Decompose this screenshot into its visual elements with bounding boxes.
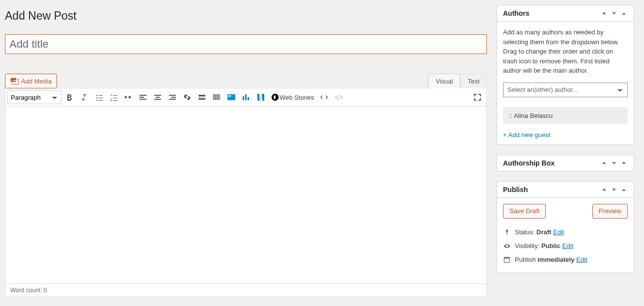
edit-visibility-link[interactable]: Edit <box>562 242 573 250</box>
plugin-button-1[interactable] <box>224 90 238 104</box>
authors-title: Authors <box>503 9 530 17</box>
add-guest-link[interactable]: + Add new guest <box>503 131 551 139</box>
edit-publish-link[interactable]: Edit <box>576 256 587 263</box>
toggle-icon[interactable] <box>620 9 628 17</box>
svg-rect-3 <box>274 95 276 99</box>
link-button[interactable] <box>180 90 194 104</box>
numbered-list-button[interactable] <box>107 90 120 104</box>
publish-date-row: Publish immediately Edit <box>503 253 628 267</box>
bullet-list-button[interactable] <box>92 90 106 104</box>
edit-status-link[interactable]: Edit <box>553 228 564 236</box>
editor-toolbar: Paragraph Web Stories <box>5 88 486 107</box>
svg-rect-5 <box>506 231 507 234</box>
save-draft-button[interactable]: Save Draft <box>503 204 546 219</box>
add-media-button[interactable]: Add Media <box>5 74 57 88</box>
web-stories-icon <box>271 93 280 102</box>
authors-help-text: Add as many authors as needed by selecti… <box>503 28 628 76</box>
editor-textarea[interactable] <box>5 107 486 283</box>
add-media-label: Add Media <box>21 78 52 85</box>
svg-rect-1 <box>228 95 231 97</box>
post-title-input[interactable] <box>5 34 487 54</box>
move-down-icon[interactable] <box>610 9 618 17</box>
status-row: Status: Draft Edit <box>503 225 628 239</box>
authorship-box-panel: Authorship Box <box>497 155 634 171</box>
publish-panel: Publish Save Draft Preview Status: Draft… <box>497 181 634 273</box>
author-chip[interactable]: :: Alina Belascu <box>503 107 628 124</box>
publish-title: Publish <box>503 186 528 194</box>
bold-button[interactable] <box>62 90 76 104</box>
tab-text[interactable]: Text <box>460 74 487 88</box>
eye-icon <box>503 242 511 250</box>
visibility-row: Visibility: Public Edit <box>503 239 628 253</box>
move-down-icon[interactable] <box>610 159 618 167</box>
toggle-icon[interactable] <box>620 186 628 194</box>
move-up-icon[interactable] <box>600 186 608 194</box>
tab-visual[interactable]: Visual <box>428 74 460 88</box>
align-left-button[interactable] <box>136 90 150 104</box>
web-stories-label: Web Stories <box>280 94 314 101</box>
align-center-button[interactable] <box>151 90 165 104</box>
toolbar-toggle-button[interactable] <box>210 90 224 104</box>
italic-button[interactable] <box>77 90 91 104</box>
code-button-2[interactable] <box>332 90 346 104</box>
fullscreen-button[interactable] <box>471 90 484 104</box>
calendar-icon <box>503 256 511 264</box>
blockquote-button[interactable] <box>121 90 135 104</box>
code-button[interactable] <box>317 90 331 104</box>
page-title: Add New Post <box>5 5 487 25</box>
web-stories-button[interactable]: Web Stories <box>269 90 316 104</box>
author-select[interactable]: Select an(other) author... <box>503 83 628 97</box>
read-more-button[interactable] <box>195 90 209 104</box>
chart-button[interactable] <box>239 90 253 104</box>
move-up-icon[interactable] <box>600 9 608 17</box>
camera-icon <box>10 77 19 85</box>
editor-container: Paragraph Web Stories <box>5 88 487 297</box>
toggle-icon[interactable] <box>620 159 628 167</box>
move-down-icon[interactable] <box>610 186 618 194</box>
authorship-box-title: Authorship Box <box>503 159 555 167</box>
word-count: Word count: 0 <box>5 283 486 297</box>
svg-rect-0 <box>227 94 235 100</box>
shortcode-button[interactable] <box>254 90 268 104</box>
align-right-button[interactable] <box>166 90 179 104</box>
move-up-icon[interactable] <box>600 159 608 167</box>
format-select[interactable]: Paragraph <box>7 90 61 104</box>
pin-icon <box>503 228 511 236</box>
authors-panel: Authors Add as many authors as needed by… <box>497 5 634 145</box>
preview-button[interactable]: Preview <box>592 204 628 219</box>
